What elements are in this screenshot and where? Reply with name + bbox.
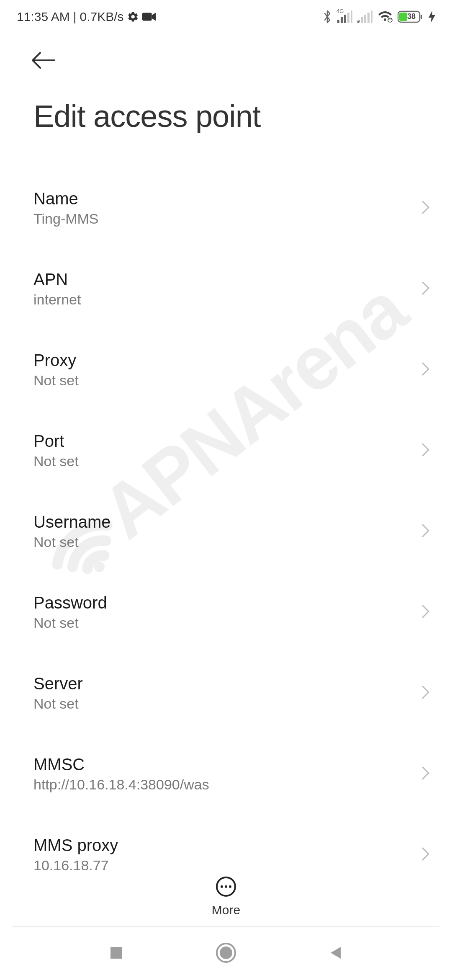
chevron-right-icon [420, 280, 431, 298]
more-button[interactable]: More [0, 876, 452, 917]
bluetooth-icon [322, 9, 332, 24]
row-label: Username [33, 513, 410, 531]
row-password[interactable]: Password Not set [0, 572, 452, 652]
row-name[interactable]: Name Ting-MMS [0, 168, 452, 248]
cell-signal-nosim-icon [357, 10, 372, 23]
status-bar: 11:35 AM | 0.7KB/s 4G 38 [0, 0, 452, 34]
chevron-right-icon [420, 199, 431, 217]
chevron-right-icon [420, 684, 431, 702]
row-server[interactable]: Server Not set [0, 652, 452, 733]
row-label: MMS proxy [33, 836, 410, 855]
row-value: http://10.16.18.4:38090/was [33, 776, 410, 793]
svg-rect-1 [142, 13, 152, 21]
row-value: Not set [33, 372, 410, 389]
more-label: More [212, 903, 240, 917]
nav-back-button[interactable] [327, 944, 344, 963]
chevron-right-icon [420, 603, 431, 622]
nav-recent-button[interactable] [108, 944, 125, 963]
chevron-right-icon [420, 846, 431, 864]
status-time: 11:35 AM [17, 10, 70, 24]
svg-point-19 [225, 885, 227, 888]
row-label: Port [33, 432, 410, 451]
row-proxy[interactable]: Proxy Not set [0, 329, 452, 410]
row-label: APN [33, 270, 410, 289]
svg-rect-10 [367, 13, 370, 23]
wifi-icon [378, 11, 393, 23]
settings-list: Name Ting-MMS APN internet Proxy Not set… [0, 168, 452, 875]
cell-signal-4g-icon: 4G [337, 10, 352, 23]
chevron-right-icon [420, 522, 431, 541]
nav-home-button[interactable] [215, 942, 237, 965]
svg-rect-3 [341, 17, 343, 23]
charging-icon [429, 10, 435, 23]
svg-rect-6 [351, 10, 352, 23]
row-mms-proxy[interactable]: MMS proxy 10.16.18.77 [0, 814, 452, 875]
svg-rect-21 [110, 947, 122, 959]
svg-rect-9 [364, 15, 366, 23]
row-value: 10.16.18.77 [33, 857, 410, 874]
row-label: MMSC [33, 755, 410, 774]
navigation-bar [0, 927, 452, 980]
svg-rect-15 [399, 13, 407, 21]
svg-point-12 [388, 18, 393, 23]
arrow-left-icon [29, 50, 59, 70]
svg-point-23 [220, 946, 232, 959]
chevron-right-icon [420, 765, 431, 783]
svg-rect-11 [371, 10, 372, 23]
row-username[interactable]: Username Not set [0, 491, 452, 572]
svg-rect-5 [347, 13, 349, 23]
svg-rect-16 [421, 15, 422, 19]
svg-rect-2 [337, 20, 339, 23]
chevron-right-icon [420, 441, 431, 460]
svg-rect-8 [361, 17, 363, 23]
row-value: Not set [33, 453, 410, 469]
back-button[interactable] [29, 50, 59, 72]
row-port[interactable]: Port Not set [0, 410, 452, 491]
status-netspeed: 0.7KB/s [80, 10, 124, 24]
row-label: Server [33, 674, 410, 693]
battery-icon: 38 [398, 10, 424, 23]
row-value: Not set [33, 534, 410, 550]
row-label: Name [33, 189, 410, 208]
row-value: Not set [33, 615, 410, 631]
chevron-right-icon [420, 361, 431, 379]
svg-point-20 [229, 885, 231, 888]
more-icon [216, 876, 236, 899]
svg-point-18 [221, 885, 223, 888]
row-apn[interactable]: APN internet [0, 248, 452, 329]
row-mmsc[interactable]: MMSC http://10.16.18.4:38090/was [0, 733, 452, 814]
settings-gear-icon [127, 11, 139, 23]
row-value: Not set [33, 696, 410, 712]
page-title: Edit access point [33, 98, 260, 134]
row-value: internet [33, 291, 410, 308]
svg-rect-4 [344, 15, 346, 23]
row-value: Ting-MMS [33, 211, 410, 227]
row-label: Password [33, 593, 410, 612]
row-label: Proxy [33, 351, 410, 370]
camera-icon [142, 12, 156, 22]
